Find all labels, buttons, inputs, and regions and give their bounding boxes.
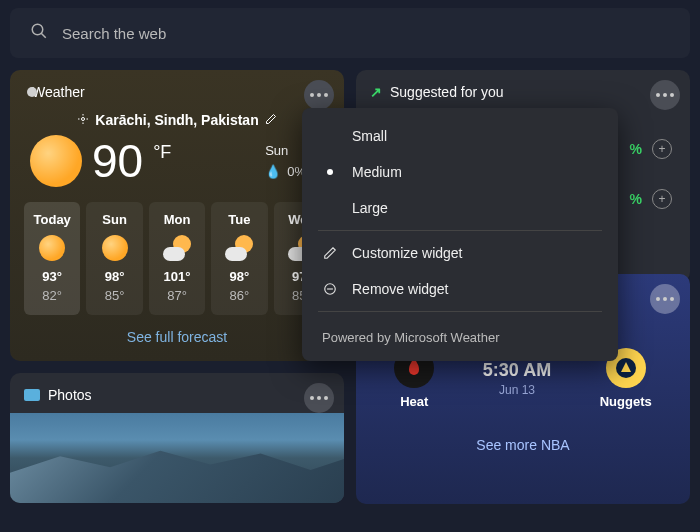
photos-image[interactable] bbox=[10, 413, 344, 503]
search-bar[interactable]: Search the web bbox=[10, 8, 690, 58]
weather-title: Weather bbox=[32, 84, 85, 100]
humidity-icon: 💧 bbox=[265, 164, 281, 179]
menu-label: Small bbox=[352, 128, 387, 144]
current-condition-icon bbox=[30, 135, 82, 187]
forecast-day-label: Today bbox=[34, 212, 71, 227]
sun-icon bbox=[39, 235, 65, 261]
menu-item-customize[interactable]: Customize widget bbox=[302, 235, 618, 271]
forecast-hi: 98° bbox=[105, 269, 125, 284]
menu-label: Large bbox=[352, 200, 388, 216]
forecast-hi: 93° bbox=[42, 269, 62, 284]
menu-separator bbox=[318, 311, 602, 312]
suggested-title: Suggested for you bbox=[390, 84, 504, 100]
forecast-hi: 98° bbox=[230, 269, 250, 284]
weather-card: Weather Karāchi, Sindh, Pakistan 90 °F S… bbox=[10, 70, 344, 361]
team-name: Heat bbox=[400, 394, 428, 409]
cloudsun-icon bbox=[225, 235, 253, 261]
trend-icon: ↗ bbox=[370, 84, 382, 100]
more-button-weather[interactable] bbox=[304, 80, 334, 110]
forecast-row: Today 93° 82° Sun 98° 85° Mon 101° 87° bbox=[24, 202, 330, 315]
more-button-photos[interactable] bbox=[304, 383, 334, 413]
forecast-day[interactable]: Today 93° 82° bbox=[24, 202, 80, 315]
svg-line-1 bbox=[41, 33, 46, 38]
pencil-icon bbox=[322, 246, 338, 260]
forecast-day-label: Tue bbox=[228, 212, 250, 227]
sun-icon bbox=[102, 235, 128, 261]
pct-change: % bbox=[630, 191, 642, 207]
photos-title: Photos bbox=[48, 387, 92, 403]
weather-location: Karāchi, Sindh, Pakistan bbox=[95, 112, 258, 128]
forecast-day-label: Sun bbox=[102, 212, 127, 227]
menu-label: Remove widget bbox=[352, 281, 449, 297]
current-temp: 90 bbox=[92, 134, 143, 188]
menu-footer: Powered by Microsoft Weather bbox=[302, 316, 618, 347]
menu-item-large[interactable]: Large bbox=[302, 190, 618, 226]
menu-item-remove[interactable]: Remove widget bbox=[302, 271, 618, 307]
location-pin-icon bbox=[77, 112, 89, 128]
widget-context-menu: Small Medium Large Customize widget Remo… bbox=[302, 108, 618, 361]
radio-selected bbox=[322, 169, 338, 175]
forecast-lo: 82° bbox=[42, 288, 62, 303]
menu-item-medium[interactable]: Medium bbox=[302, 154, 618, 190]
match-date: Jun 13 bbox=[483, 383, 551, 397]
see-full-forecast-link[interactable]: See full forecast bbox=[24, 329, 330, 345]
menu-separator bbox=[318, 230, 602, 231]
match-time: 5:30 AM bbox=[483, 360, 551, 381]
more-button-nba[interactable] bbox=[650, 284, 680, 314]
menu-label: Customize widget bbox=[352, 245, 463, 261]
edit-location-icon[interactable] bbox=[265, 112, 277, 128]
menu-label: Medium bbox=[352, 164, 402, 180]
pct-change: % bbox=[630, 141, 642, 157]
forecast-day[interactable]: Sun 98° 85° bbox=[86, 202, 142, 315]
see-more-nba-link[interactable]: See more NBA bbox=[370, 437, 676, 453]
remove-icon bbox=[322, 282, 338, 296]
forecast-day-label: Mon bbox=[164, 212, 191, 227]
cloudsun-icon bbox=[163, 235, 191, 261]
svg-point-2 bbox=[82, 118, 85, 121]
add-button[interactable]: + bbox=[652, 139, 672, 159]
forecast-lo: 87° bbox=[167, 288, 187, 303]
temp-unit: °F bbox=[153, 142, 171, 163]
search-icon bbox=[30, 22, 48, 44]
weather-location-row[interactable]: Karāchi, Sindh, Pakistan bbox=[24, 112, 330, 128]
forecast-day[interactable]: Mon 101° 87° bbox=[149, 202, 205, 315]
forecast-lo: 85° bbox=[105, 288, 125, 303]
forecast-day[interactable]: Tue 98° 86° bbox=[211, 202, 267, 315]
photos-card: Photos bbox=[10, 373, 344, 503]
photos-icon bbox=[24, 389, 40, 401]
team-name: Nuggets bbox=[600, 394, 652, 409]
forecast-hi: 101° bbox=[164, 269, 191, 284]
add-button[interactable]: + bbox=[652, 189, 672, 209]
more-button-suggested[interactable] bbox=[650, 80, 680, 110]
forecast-lo: 86° bbox=[230, 288, 250, 303]
menu-item-small[interactable]: Small bbox=[302, 118, 618, 154]
svg-point-0 bbox=[32, 24, 43, 35]
search-placeholder: Search the web bbox=[62, 25, 166, 42]
